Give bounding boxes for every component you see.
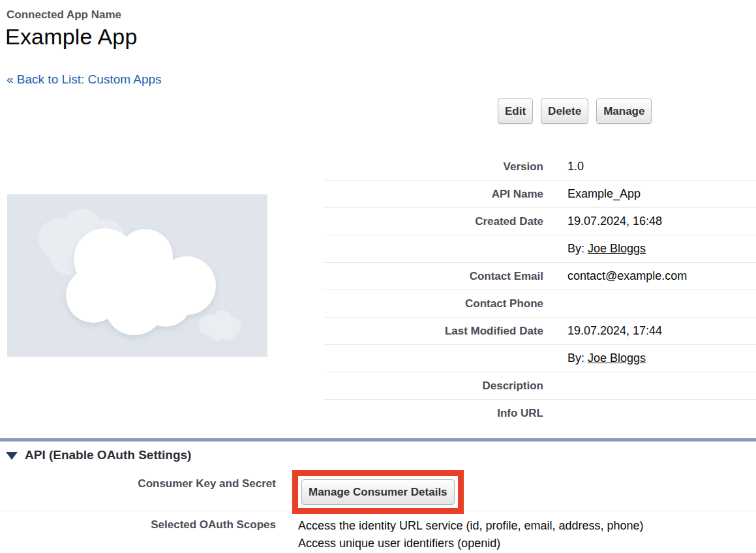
modified-by-user-link[interactable]: Joe Bloggs	[588, 351, 646, 365]
detail-row-last-modified-date: Last Modified Date 19.07.2024, 17:44	[324, 318, 756, 345]
selected-oauth-scopes-label: Selected OAuth Scopes	[0, 518, 276, 531]
created-by-user-link[interactable]: Joe Bloggs	[588, 242, 646, 255]
detail-row-description: Description	[324, 372, 756, 400]
triangle-down-icon[interactable]	[6, 452, 18, 460]
cloud-icon	[7, 194, 267, 357]
oauth-settings-section: API (Enable OAuth Settings) Consumer Key…	[0, 438, 756, 553]
field-value: By: Joe Bloggs	[543, 242, 646, 256]
field-label: Created Date	[324, 215, 543, 228]
field-label: Last Modified Date	[324, 325, 543, 338]
field-value: 19.07.2024, 17:44	[543, 324, 662, 338]
detail-row-api-name: API Name Example_App	[324, 181, 756, 208]
field-value: By: Joe Bloggs	[543, 351, 646, 365]
back-to-list-link[interactable]: « Back to List: Custom Apps	[7, 72, 162, 87]
page-title: Example App	[5, 24, 138, 50]
field-value: Example_App	[543, 187, 641, 201]
red-highlight-annotation: Manage Consumer Details	[292, 470, 464, 514]
oauth-section-title: API (Enable OAuth Settings)	[25, 448, 191, 462]
by-prefix: By:	[567, 351, 588, 365]
detail-row-created-by: By: Joe Bloggs	[324, 235, 756, 263]
detail-row-contact-email: Contact Email contact@example.com	[324, 263, 756, 290]
field-label: Description	[324, 380, 543, 393]
oauth-scope-item: Access unique user identifiers (openid)	[298, 535, 644, 552]
connected-app-detail-page: Connected App Name Example App « Back to…	[0, 0, 756, 553]
oauth-section-header[interactable]: API (Enable OAuth Settings)	[6, 448, 191, 462]
edit-button[interactable]: Edit	[498, 98, 533, 124]
manage-button[interactable]: Manage	[596, 98, 652, 124]
detail-row-version: Version 1.0	[324, 153, 756, 181]
record-type-label: Connected App Name	[7, 8, 121, 22]
detail-table: Version 1.0 API Name Example_App Created…	[324, 153, 756, 426]
detail-row-modified-by: By: Joe Bloggs	[324, 345, 756, 372]
toolbar: Edit Delete Manage	[498, 98, 652, 124]
section-divider-bar	[0, 438, 756, 441]
detail-row-contact-phone: Contact Phone	[324, 290, 756, 318]
detail-row-info-url: Info URL	[324, 400, 756, 426]
field-value: 19.07.2024, 16:48	[543, 215, 662, 228]
field-label: Contact Email	[324, 270, 543, 283]
field-label: Info URL	[324, 407, 543, 420]
field-label: Contact Phone	[324, 297, 543, 310]
detail-row-created-date: Created Date 19.07.2024, 16:48	[324, 208, 756, 235]
field-label: Version	[324, 160, 543, 173]
oauth-scope-item: Access the identity URL service (id, pro…	[298, 517, 644, 535]
field-value: 1.0	[543, 160, 584, 173]
by-prefix: By:	[567, 242, 588, 255]
field-value: contact@example.com	[543, 269, 687, 283]
oauth-scopes-values: Access the identity URL service (id, pro…	[298, 517, 644, 552]
consumer-key-secret-label: Consumer Key and Secret	[0, 477, 276, 490]
manage-consumer-details-button[interactable]: Manage Consumer Details	[301, 479, 455, 505]
app-logo-image	[7, 194, 267, 357]
field-label: API Name	[324, 188, 543, 201]
delete-button[interactable]: Delete	[541, 98, 588, 124]
